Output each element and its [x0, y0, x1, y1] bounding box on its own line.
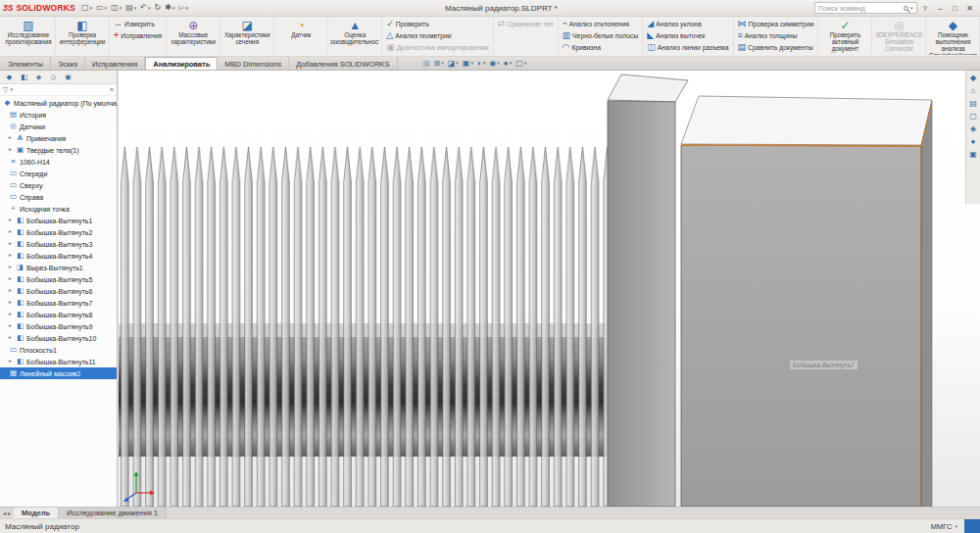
feature-tree-item[interactable]: ▭ Справа — [0, 191, 117, 203]
tank-box-1-front[interactable] — [608, 101, 675, 507]
expand-arrow-icon[interactable]: ▸ — [9, 229, 14, 235]
feature-tree-item[interactable]: ≡ 1060-Н14 — [0, 156, 117, 168]
view-tool-button[interactable]: ▢ ▾ — [515, 60, 526, 68]
caret-down-icon[interactable]: ▾ — [10, 87, 13, 92]
expand-arrow-icon[interactable]: ▸ — [9, 265, 14, 270]
command-tab[interactable]: Исправления — [85, 57, 145, 70]
feature-tree-item[interactable]: ▭ Плоскость1 — [0, 344, 117, 356]
view-tool-button[interactable]: ◎ — [423, 60, 430, 68]
ribbon-button[interactable]: ~ Анализ отклонения — [561, 19, 641, 29]
close-button[interactable]: ✕ — [962, 4, 977, 13]
graphics-area[interactable]: Бобышка-Вытянуть7 — [119, 71, 980, 507]
ribbon-button[interactable]: ⋈ Проверка симметрии — [736, 19, 816, 29]
ribbon-button[interactable]: ◢ Анализ уклона — [645, 19, 730, 29]
task-pane-button[interactable]: ◈ — [970, 125, 976, 133]
ribbon-button[interactable]: ◣ Анализ выточек — [645, 30, 730, 41]
view-tool-button[interactable]: ⊞ ▾ — [434, 60, 444, 68]
feature-tree-item[interactable]: ▸ ◧ Бобышка-Вытянуть8 — [0, 309, 117, 320]
feature-tree-item[interactable]: ▸ ◨ Вырез-Вытянуть1 — [0, 262, 117, 273]
scroll-right-icon[interactable]: ▸ — [8, 509, 11, 516]
ribbon-button[interactable]: ▥ Черно-белые полосы — [561, 30, 641, 41]
feature-tree-item[interactable]: ▸ ◧ Бобышка-Вытянуть5 — [0, 273, 117, 285]
feature-tree-item[interactable]: ▭ Спереди — [0, 168, 117, 179]
feature-tree-item[interactable]: ▸ ◧ Бобышка-Вытянуть11 — [0, 356, 117, 367]
expand-arrow-icon[interactable]: ▸ — [9, 241, 14, 247]
ribbon-button[interactable]: ✓ Проверить активный документ ▾ — [820, 19, 869, 55]
scroll-left-icon[interactable]: ◂ — [3, 509, 6, 516]
command-search[interactable]: ▾ — [814, 2, 917, 14]
quick-access-button[interactable]: ↶ ▾ — [140, 4, 150, 12]
ribbon-button[interactable]: ↔ Измерить — [112, 19, 164, 29]
model-3d-view[interactable] — [119, 71, 980, 507]
caret-down-icon[interactable]: ▾ — [910, 6, 913, 11]
feature-tree-item[interactable]: ▸ ◧ Бобышка-Вытянуть6 — [0, 285, 117, 297]
feature-tree-item[interactable]: ▦ Линейный массив2 — [0, 367, 117, 379]
feature-tree-item[interactable]: ▸ ◧ Бобышка-Вытянуть7 — [0, 297, 117, 309]
panel-tab[interactable]: ◉ — [62, 73, 74, 81]
ribbon-button[interactable]: ◔ Датчик — [276, 19, 325, 55]
expand-arrow-icon[interactable]: ▸ — [9, 312, 14, 317]
feature-tree-item[interactable]: ▸ A Примечания — [0, 132, 117, 144]
feature-tree-item[interactable]: ▸ ◧ Бобышка-Вытянуть9 — [0, 320, 117, 332]
ribbon-button[interactable]: ◆ Помощник выполнения анализа Simulation… — [928, 19, 977, 55]
feature-tree-item[interactable]: ▸ ◧ Бобышка-Вытянуть10 — [0, 332, 117, 344]
expand-arrow-icon[interactable]: ▸ — [9, 300, 14, 306]
expand-arrow-icon[interactable]: ▸ — [9, 288, 14, 294]
units-selector[interactable]: ММГС — [931, 522, 953, 531]
expand-arrow-icon[interactable]: ▸ — [9, 147, 14, 153]
tank-box-2-front[interactable] — [681, 145, 921, 507]
ribbon-button[interactable]: + Исправления — [112, 30, 164, 41]
quick-access-button[interactable]: ▭ ▾ — [96, 4, 107, 12]
task-pane-button[interactable]: ⌂ — [971, 87, 976, 95]
command-tab[interactable]: Эскиз — [51, 57, 85, 70]
model-tab[interactable]: Модель — [14, 508, 59, 518]
radiator-fins[interactable] — [119, 147, 613, 507]
panel-tab[interactable]: ◈ — [32, 73, 45, 81]
ribbon-button[interactable]: ▣ Диагностика импортирования — [384, 42, 490, 53]
ribbon-button[interactable]: ◫ Анализ линии разъема — [645, 42, 730, 53]
maximize-button[interactable]: □ — [948, 4, 962, 13]
task-pane-button[interactable]: ▢ — [969, 113, 977, 121]
command-tab[interactable]: Элементы — [1, 57, 51, 70]
filter-icon[interactable]: ▽ — [3, 86, 8, 94]
expand-arrow-icon[interactable]: ▸ — [9, 323, 14, 329]
ribbon-button[interactable]: ≡ Анализ толщины — [736, 30, 816, 41]
view-tool-button[interactable]: ◐ ▾ — [477, 60, 485, 68]
expand-arrow-icon[interactable]: ▸ — [9, 359, 14, 364]
quick-access-button[interactable]: ▢ ▾ — [81, 4, 92, 12]
feature-tree-item[interactable]: ▸ ▣ Твердые тела(1) — [0, 144, 117, 156]
view-tool-button[interactable]: ● ▾ — [504, 60, 512, 68]
view-tool-button[interactable]: ◉ ▾ — [489, 60, 500, 68]
search-input[interactable] — [818, 4, 887, 13]
command-tab[interactable]: MBD Dimensions — [218, 57, 289, 70]
panel-tab[interactable]: ◧ — [18, 73, 30, 81]
ribbon-button[interactable]: ▤ Сравнить документы — [736, 42, 816, 53]
view-tool-button[interactable]: ▣ ▾ — [463, 60, 473, 68]
ribbon-button[interactable]: ✓ Проверить — [384, 19, 490, 29]
panel-tab[interactable]: ◆ — [3, 73, 16, 81]
ribbon-button[interactable]: ◪ Характеристики сечения — [222, 19, 271, 55]
minimize-button[interactable]: – — [933, 4, 948, 13]
ribbon-button[interactable]: ⊕ Массовые характеристики — [169, 19, 218, 55]
ribbon-button[interactable]: △ Анализ геометрии — [384, 30, 490, 41]
feature-tree-item[interactable]: ▤ История — [0, 109, 117, 121]
tank-box-1-top[interactable] — [608, 74, 688, 102]
help-button[interactable]: ? — [920, 4, 930, 13]
tank-box-2-top[interactable] — [681, 96, 932, 145]
quick-access-button[interactable]: ◫ ▾ — [111, 4, 122, 12]
command-tab[interactable]: Анализировать — [145, 57, 218, 70]
search-icon[interactable] — [904, 6, 908, 11]
feature-tree-root[interactable]: ◆ Масляный радиатор (По умолчани — [0, 97, 117, 109]
tank-box-2-side[interactable] — [921, 101, 932, 507]
expand-arrow-icon[interactable]: ▸ — [9, 276, 14, 282]
task-pane-button[interactable]: ● — [971, 138, 976, 146]
feature-tree-item[interactable]: ◎ Датчики — [0, 121, 117, 132]
feature-tree-item[interactable]: + Исходная точка — [0, 203, 117, 215]
ribbon-button[interactable]: ◧ Проверка интерференции — [58, 19, 107, 55]
ribbon-button[interactable]: ▲ Оценка производительности — [330, 19, 379, 55]
view-tool-button[interactable]: ◪ ▾ — [448, 60, 459, 68]
expand-arrow-icon[interactable]: ▸ — [9, 218, 14, 223]
feature-tree-item[interactable]: ▸ ◧ Бобышка-Вытянуть2 — [0, 226, 117, 238]
model-tab[interactable]: Исследование движения 1 — [59, 508, 167, 518]
expand-arrow-icon[interactable]: ▸ — [9, 253, 14, 259]
